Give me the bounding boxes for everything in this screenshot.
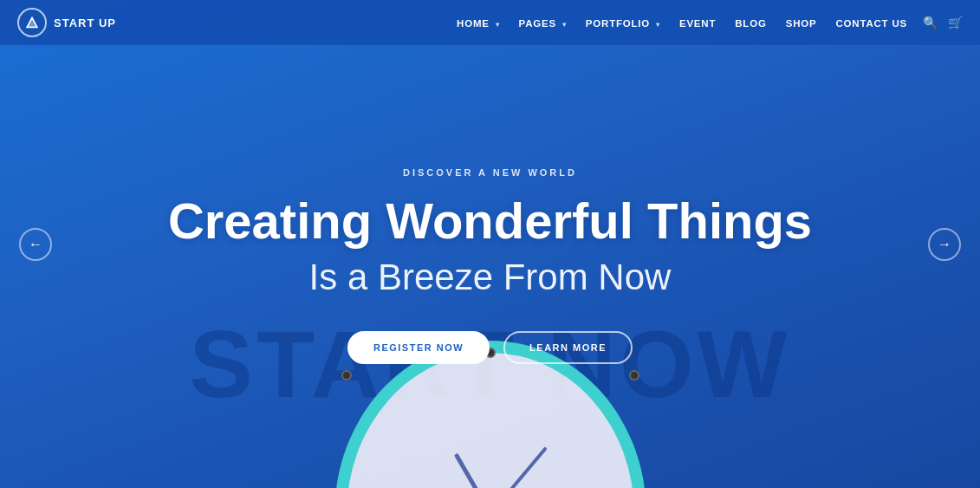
nav-icons: 🔍 🛒 bbox=[923, 16, 963, 29]
clock-hour-hand bbox=[453, 452, 491, 488]
nav-item-home[interactable]: HOME ▾ bbox=[457, 15, 500, 30]
portfolio-arrow: ▾ bbox=[656, 21, 660, 29]
hero-section: START NOW START UP HOME bbox=[0, 0, 980, 488]
prev-slide-button[interactable]: ← bbox=[19, 228, 52, 261]
nav-link-blog[interactable]: BLOG bbox=[735, 18, 766, 29]
nav-link-event[interactable]: EVENT bbox=[679, 18, 716, 29]
nav-link-home[interactable]: HOME ▾ bbox=[457, 18, 500, 29]
home-arrow: ▾ bbox=[496, 21, 500, 29]
hero-title-line2: Is a Breeze From Now bbox=[168, 256, 812, 299]
logo-icon bbox=[17, 8, 47, 37]
logo-area[interactable]: START UP bbox=[17, 8, 116, 37]
nav-item-shop[interactable]: SHOP bbox=[786, 15, 817, 30]
navbar: START UP HOME ▾ PAGES ▾ PORTFOLIO ▾ EVEN… bbox=[0, 0, 980, 45]
nav-item-blog[interactable]: BLOG bbox=[735, 15, 766, 30]
clock-minute-hand bbox=[489, 446, 547, 488]
nav-item-contact[interactable]: CONTACT US bbox=[835, 15, 907, 30]
nav-link-pages[interactable]: PAGES ▾ bbox=[519, 18, 567, 29]
nav-item-event[interactable]: EVENT bbox=[679, 15, 716, 30]
brand-name: START UP bbox=[54, 16, 116, 29]
hero-subtitle: DISCOVER A NEW WORLD bbox=[168, 167, 812, 178]
register-now-button[interactable]: REGISTER NOW bbox=[347, 331, 490, 364]
logo-svg bbox=[24, 15, 40, 30]
learn-more-button[interactable]: LEARN MORE bbox=[503, 331, 633, 364]
nav-item-portfolio[interactable]: PORTFOLIO ▾ bbox=[586, 15, 660, 30]
pages-arrow: ▾ bbox=[562, 21, 567, 29]
next-slide-button[interactable]: → bbox=[928, 228, 961, 261]
clock-inner bbox=[369, 375, 612, 488]
nav-links: HOME ▾ PAGES ▾ PORTFOLIO ▾ EVENT BLOG SH… bbox=[457, 15, 907, 30]
nav-link-shop[interactable]: SHOP bbox=[786, 18, 817, 29]
hero-content: DISCOVER A NEW WORLD Creating Wonderful … bbox=[168, 150, 812, 363]
nav-link-contact[interactable]: CONTACT US bbox=[835, 18, 907, 29]
nav-link-portfolio[interactable]: PORTFOLIO ▾ bbox=[586, 18, 660, 29]
search-button[interactable]: 🔍 bbox=[923, 16, 938, 29]
hero-buttons: REGISTER NOW LEARN MORE bbox=[168, 331, 812, 364]
cart-button[interactable]: 🛒 bbox=[948, 16, 963, 29]
nav-item-pages[interactable]: PAGES ▾ bbox=[519, 15, 567, 30]
hero-title-line1: Creating Wonderful Things bbox=[168, 193, 812, 249]
